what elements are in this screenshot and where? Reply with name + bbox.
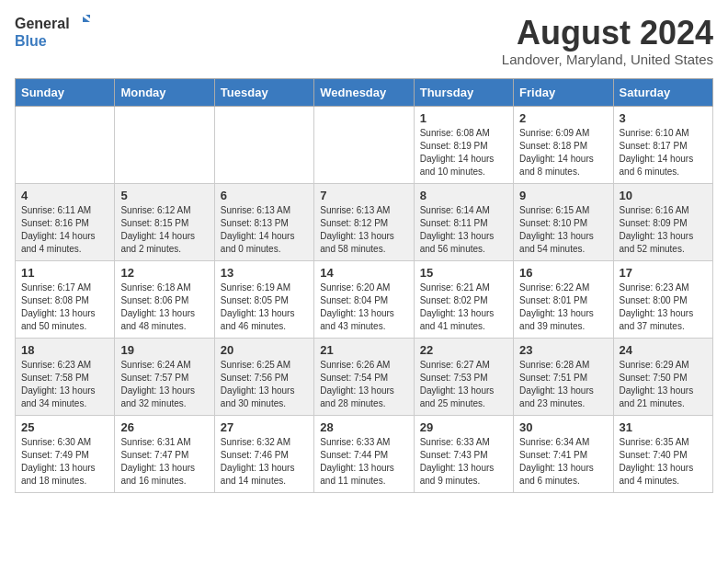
day-info: Sunrise: 6:28 AM Sunset: 7:51 PM Dayligh…	[519, 359, 607, 410]
day-cell	[115, 106, 214, 183]
main-title: August 2024	[502, 15, 713, 52]
day-info: Sunrise: 6:09 AM Sunset: 8:18 PM Dayligh…	[519, 127, 607, 178]
logo-flag-icon	[72, 15, 90, 33]
day-cell: 8Sunrise: 6:14 AM Sunset: 8:11 PM Daylig…	[414, 183, 513, 260]
day-cell: 13Sunrise: 6:19 AM Sunset: 8:05 PM Dayli…	[214, 260, 313, 338]
day-cell: 9Sunrise: 6:15 AM Sunset: 8:10 PM Daylig…	[514, 183, 613, 260]
day-cell: 2Sunrise: 6:09 AM Sunset: 8:18 PM Daylig…	[514, 106, 613, 183]
day-info: Sunrise: 6:33 AM Sunset: 7:44 PM Dayligh…	[320, 436, 407, 488]
day-info: Sunrise: 6:31 AM Sunset: 7:47 PM Dayligh…	[120, 436, 208, 488]
svg-marker-1	[85, 15, 90, 18]
day-cell: 4Sunrise: 6:11 AM Sunset: 8:16 PM Daylig…	[16, 183, 115, 260]
day-number: 22	[420, 343, 507, 357]
day-number: 4	[21, 189, 108, 202]
day-cell: 25Sunrise: 6:30 AM Sunset: 7:49 PM Dayli…	[16, 415, 115, 492]
column-header-friday: Friday	[514, 78, 613, 106]
day-cell: 1Sunrise: 6:08 AM Sunset: 8:19 PM Daylig…	[414, 106, 513, 183]
day-cell: 3Sunrise: 6:10 AM Sunset: 8:17 PM Daylig…	[613, 106, 712, 183]
day-number: 30	[519, 420, 607, 434]
page-header: General Blue August 2024 Landover, Maryl…	[15, 15, 713, 67]
day-number: 24	[620, 343, 707, 357]
day-number: 12	[120, 266, 208, 280]
day-number: 11	[21, 266, 108, 280]
day-cell: 12Sunrise: 6:18 AM Sunset: 8:06 PM Dayli…	[115, 260, 214, 338]
week-row-3: 11Sunrise: 6:17 AM Sunset: 8:08 PM Dayli…	[16, 260, 713, 338]
day-info: Sunrise: 6:10 AM Sunset: 8:17 PM Dayligh…	[620, 127, 707, 178]
day-cell: 6Sunrise: 6:13 AM Sunset: 8:13 PM Daylig…	[214, 183, 313, 260]
day-cell: 5Sunrise: 6:12 AM Sunset: 8:15 PM Daylig…	[115, 183, 214, 260]
day-info: Sunrise: 6:32 AM Sunset: 7:46 PM Dayligh…	[221, 436, 308, 488]
week-row-4: 18Sunrise: 6:23 AM Sunset: 7:58 PM Dayli…	[16, 338, 713, 415]
day-number: 16	[519, 266, 607, 280]
day-info: Sunrise: 6:34 AM Sunset: 7:41 PM Dayligh…	[519, 436, 607, 488]
day-number: 18	[21, 343, 108, 357]
day-cell: 17Sunrise: 6:23 AM Sunset: 8:00 PM Dayli…	[613, 260, 712, 338]
day-number: 10	[620, 189, 707, 202]
day-number: 13	[221, 266, 308, 280]
column-header-tuesday: Tuesday	[214, 78, 313, 106]
logo: General Blue	[15, 15, 90, 50]
column-header-monday: Monday	[115, 78, 214, 106]
column-header-wednesday: Wednesday	[314, 78, 414, 106]
calendar-table: SundayMondayTuesdayWednesdayThursdayFrid…	[15, 78, 713, 493]
week-row-1: 1Sunrise: 6:08 AM Sunset: 8:19 PM Daylig…	[16, 106, 713, 183]
day-number: 17	[620, 266, 707, 280]
day-info: Sunrise: 6:25 AM Sunset: 7:56 PM Dayligh…	[221, 359, 308, 410]
day-cell	[214, 106, 313, 183]
day-cell: 21Sunrise: 6:26 AM Sunset: 7:54 PM Dayli…	[314, 338, 414, 415]
day-cell: 31Sunrise: 6:35 AM Sunset: 7:40 PM Dayli…	[613, 415, 712, 492]
day-info: Sunrise: 6:20 AM Sunset: 8:04 PM Dayligh…	[320, 282, 407, 333]
day-info: Sunrise: 6:12 AM Sunset: 8:15 PM Dayligh…	[120, 204, 208, 256]
day-number: 1	[420, 111, 507, 125]
day-number: 14	[320, 266, 407, 280]
day-number: 20	[221, 343, 308, 357]
day-info: Sunrise: 6:17 AM Sunset: 8:08 PM Dayligh…	[21, 282, 108, 333]
day-info: Sunrise: 6:19 AM Sunset: 8:05 PM Dayligh…	[221, 282, 308, 333]
day-cell: 23Sunrise: 6:28 AM Sunset: 7:51 PM Dayli…	[514, 338, 613, 415]
day-cell: 22Sunrise: 6:27 AM Sunset: 7:53 PM Dayli…	[414, 338, 513, 415]
day-info: Sunrise: 6:23 AM Sunset: 7:58 PM Dayligh…	[21, 359, 108, 410]
day-number: 29	[420, 420, 507, 434]
day-info: Sunrise: 6:26 AM Sunset: 7:54 PM Dayligh…	[320, 359, 407, 410]
day-cell: 14Sunrise: 6:20 AM Sunset: 8:04 PM Dayli…	[314, 260, 414, 338]
day-cell	[16, 106, 115, 183]
logo-wordmark: General Blue	[15, 15, 90, 50]
day-number: 5	[120, 189, 208, 202]
column-header-thursday: Thursday	[414, 78, 513, 106]
week-row-5: 25Sunrise: 6:30 AM Sunset: 7:49 PM Dayli…	[16, 415, 713, 492]
day-number: 28	[320, 420, 407, 434]
day-number: 26	[120, 420, 208, 434]
day-info: Sunrise: 6:24 AM Sunset: 7:57 PM Dayligh…	[120, 359, 208, 410]
day-number: 23	[519, 343, 607, 357]
day-cell: 15Sunrise: 6:21 AM Sunset: 8:02 PM Dayli…	[414, 260, 513, 338]
title-section: August 2024 Landover, Maryland, United S…	[502, 15, 713, 67]
day-number: 31	[620, 420, 707, 434]
day-info: Sunrise: 6:13 AM Sunset: 8:12 PM Dayligh…	[320, 204, 407, 256]
day-cell: 16Sunrise: 6:22 AM Sunset: 8:01 PM Dayli…	[514, 260, 613, 338]
day-cell: 19Sunrise: 6:24 AM Sunset: 7:57 PM Dayli…	[115, 338, 214, 415]
column-header-saturday: Saturday	[613, 78, 712, 106]
day-cell	[314, 106, 414, 183]
day-cell: 30Sunrise: 6:34 AM Sunset: 7:41 PM Dayli…	[514, 415, 613, 492]
day-number: 6	[221, 189, 308, 202]
day-number: 15	[420, 266, 507, 280]
day-cell: 28Sunrise: 6:33 AM Sunset: 7:44 PM Dayli…	[314, 415, 414, 492]
day-cell: 11Sunrise: 6:17 AM Sunset: 8:08 PM Dayli…	[16, 260, 115, 338]
day-number: 25	[21, 420, 108, 434]
day-info: Sunrise: 6:18 AM Sunset: 8:06 PM Dayligh…	[120, 282, 208, 333]
subtitle: Landover, Maryland, United States	[502, 52, 713, 67]
day-number: 7	[320, 189, 407, 202]
day-info: Sunrise: 6:16 AM Sunset: 8:09 PM Dayligh…	[620, 204, 707, 256]
day-info: Sunrise: 6:33 AM Sunset: 7:43 PM Dayligh…	[420, 436, 507, 488]
column-header-sunday: Sunday	[16, 78, 115, 106]
header-row: SundayMondayTuesdayWednesdayThursdayFrid…	[16, 78, 713, 106]
day-cell: 20Sunrise: 6:25 AM Sunset: 7:56 PM Dayli…	[214, 338, 313, 415]
day-info: Sunrise: 6:35 AM Sunset: 7:40 PM Dayligh…	[620, 436, 707, 488]
day-cell: 27Sunrise: 6:32 AM Sunset: 7:46 PM Dayli…	[214, 415, 313, 492]
day-info: Sunrise: 6:11 AM Sunset: 8:16 PM Dayligh…	[21, 204, 108, 256]
day-number: 19	[120, 343, 208, 357]
day-info: Sunrise: 6:22 AM Sunset: 8:01 PM Dayligh…	[519, 282, 607, 333]
day-number: 9	[519, 189, 607, 202]
day-info: Sunrise: 6:30 AM Sunset: 7:49 PM Dayligh…	[21, 436, 108, 488]
day-info: Sunrise: 6:13 AM Sunset: 8:13 PM Dayligh…	[221, 204, 308, 256]
